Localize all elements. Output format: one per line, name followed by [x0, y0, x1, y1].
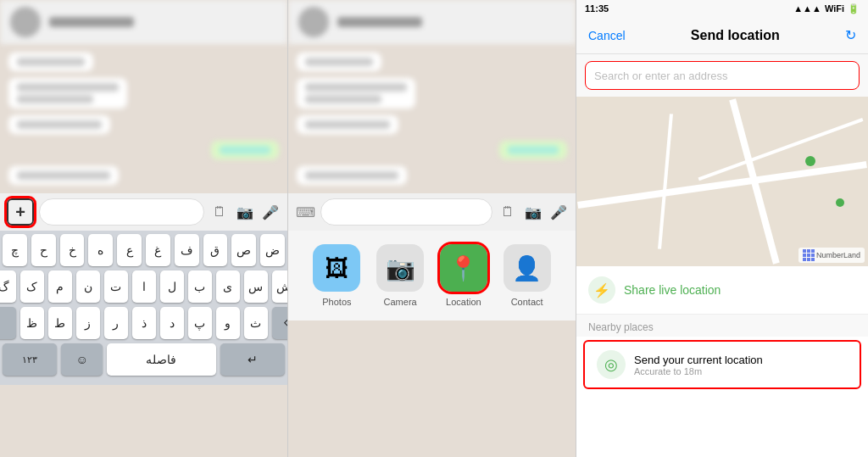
status-icons: ▲▲▲ WiFi 🔋 [793, 3, 860, 14]
contact-tray-icon: 👤 [504, 244, 551, 292]
send-location-title: Send location [691, 28, 780, 43]
key-zal[interactable]: ذ [132, 307, 156, 339]
status-bar: 11:35 ▲▲▲ WiFi 🔋 [576, 0, 868, 17]
photos-label: Photos [322, 297, 351, 307]
message-bubble [297, 166, 407, 185]
key-be[interactable]: ب [188, 270, 212, 303]
map-marker-1 [805, 156, 815, 166]
search-placeholder: Search or enter an address [594, 70, 728, 82]
message-bubble [297, 78, 415, 109]
tray-item-photos[interactable]: 🖼 Photos [313, 244, 360, 307]
sticker-icon[interactable]: 🗒 [209, 202, 230, 222]
message-bubble-out [499, 141, 567, 159]
tray-item-location[interactable]: 📍 Location [440, 244, 487, 307]
key-zad[interactable]: ض [260, 234, 285, 266]
location-tray-icon: 📍 [440, 244, 487, 292]
wifi-icon: WiFi [825, 3, 844, 14]
battery-icon: 🔋 [848, 3, 860, 14]
key-lam[interactable]: ل [160, 270, 184, 303]
share-live-icon: ⚡ [588, 276, 615, 304]
key-che[interactable]: چ [3, 234, 27, 266]
camera-label: Camera [384, 297, 417, 307]
space-key[interactable]: فاصله [107, 343, 216, 376]
key-vav[interactable]: و [216, 307, 240, 339]
key-shin[interactable]: ش [272, 270, 289, 303]
key-se[interactable]: ث [244, 307, 268, 339]
current-location-title: Send your current location [634, 354, 763, 366]
chat-header-2 [288, 0, 576, 44]
camera-tray-icon: 📷 [376, 244, 424, 292]
key-alef[interactable]: ا [132, 270, 156, 303]
backspace-key[interactable]: ⌫ [272, 307, 289, 339]
tray-row-1: 🖼 Photos 📷 Camera 📍 Location 👤 Contact [288, 244, 576, 307]
mic-icon[interactable]: 🎤 [260, 202, 281, 222]
return-key[interactable]: ↵ [220, 343, 285, 376]
cancel-button[interactable]: Cancel [588, 29, 626, 42]
avatar [10, 7, 41, 37]
location-label: Location [446, 297, 481, 307]
key-ze[interactable]: ز [76, 307, 100, 339]
map-marker-2 [836, 198, 844, 207]
camera-icon[interactable]: 📷 [235, 202, 255, 222]
message-bubble-out [211, 141, 279, 159]
keyboard-row-3: ⇧ ظ ط ز ر ذ د پ و ث ⌫ [3, 307, 285, 339]
current-location-text: Send your current location Accurate to 1… [634, 354, 763, 376]
chat-input-bar: + 🗒 📷 🎤 [0, 193, 287, 231]
chat-messages [0, 44, 287, 193]
keyboard-icon[interactable]: ⌨ [295, 202, 315, 222]
send-current-location-row[interactable]: ◎ Send your current location Accurate to… [583, 340, 861, 389]
message-bubble [8, 115, 110, 134]
key-nun[interactable]: ن [76, 270, 100, 303]
key-qaf[interactable]: ق [203, 234, 228, 266]
key-mim[interactable]: م [48, 270, 72, 303]
message-input[interactable] [39, 198, 204, 226]
key-kaf[interactable]: ک [20, 270, 44, 303]
message-bubble [8, 53, 93, 71]
location-search-container: Search or enter an address [576, 54, 868, 97]
message-bubble [8, 166, 119, 185]
key-ha[interactable]: ه [88, 234, 113, 266]
search-input[interactable]: Search or enter an address [585, 61, 860, 90]
key-ta[interactable]: ط [48, 307, 72, 339]
current-location-accuracy: Accurate to 18m [634, 366, 763, 376]
key-sad[interactable]: ص [231, 234, 256, 266]
key-sin[interactable]: س [244, 270, 268, 303]
map-watermark: NumberLand [798, 248, 865, 263]
keyboard-row-1: چ ح خ ه ع غ ف ق ص ض [3, 234, 285, 266]
panel-send-location: 11:35 ▲▲▲ WiFi 🔋 Cancel Send location ↻ … [576, 0, 868, 457]
tray-item-contact[interactable]: 👤 Contact [504, 244, 551, 307]
message-input-2[interactable] [320, 198, 492, 226]
keyboard: چ ح خ ه ع غ ف ق ص ض گ ک م ن ت ا ل ب ی س … [0, 231, 287, 385]
contact-name-2 [337, 17, 422, 27]
emoji-key[interactable]: ☺ [61, 343, 102, 376]
key-re[interactable]: ر [104, 307, 128, 339]
signal-icon: ▲▲▲ [793, 3, 821, 14]
numbers-key[interactable]: ۱۲۳ [3, 343, 57, 376]
key-gaf[interactable]: گ [0, 270, 16, 303]
key-ayn[interactable]: ع [117, 234, 142, 266]
attachment-button[interactable]: + [7, 198, 34, 226]
share-live-location-row[interactable]: ⚡ Share live location [576, 266, 868, 315]
refresh-button[interactable]: ↻ [845, 27, 856, 43]
send-location-header: Cancel Send location ↻ [576, 17, 868, 54]
message-bubble [8, 78, 127, 109]
chat-header [0, 0, 287, 44]
key-khe[interactable]: خ [60, 234, 85, 266]
key-zha[interactable]: ظ [20, 307, 44, 339]
contact-name [49, 17, 134, 27]
key-fe[interactable]: ف [175, 234, 199, 266]
shift-key[interactable]: ⇧ [0, 307, 16, 339]
map-view[interactable]: NumberLand [576, 97, 868, 266]
key-pe[interactable]: پ [188, 307, 212, 339]
key-ghayn[interactable]: غ [146, 234, 170, 266]
key-ye[interactable]: ی [216, 270, 240, 303]
key-he[interactable]: ح [31, 234, 56, 266]
tray-item-camera[interactable]: 📷 Camera [376, 244, 424, 307]
mic-icon-2[interactable]: 🎤 [548, 202, 569, 222]
key-te[interactable]: ت [104, 270, 128, 303]
camera-icon-2[interactable]: 📷 [523, 202, 543, 222]
contact-label: Contact [511, 297, 543, 307]
key-dal[interactable]: د [160, 307, 184, 339]
message-bubble [297, 53, 381, 71]
sticker-icon-2[interactable]: 🗒 [498, 202, 518, 222]
